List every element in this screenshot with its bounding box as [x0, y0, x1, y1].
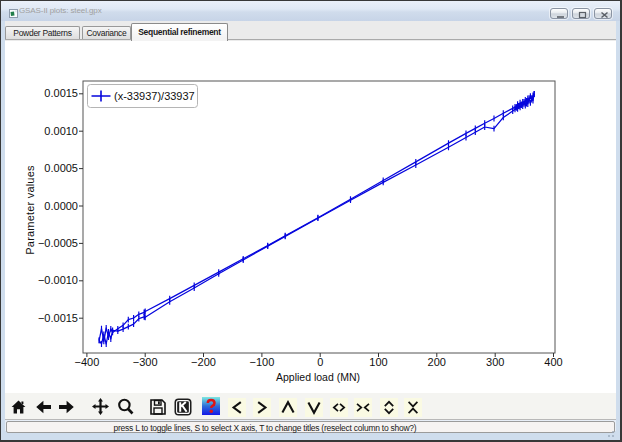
svg-text:300: 300 — [486, 356, 504, 368]
svg-text:100: 100 — [369, 356, 387, 368]
svg-text:−400: −400 — [75, 356, 100, 368]
svg-text:0: 0 — [317, 356, 323, 368]
svg-text:200: 200 — [428, 356, 446, 368]
svg-text:−300: −300 — [133, 356, 158, 368]
svg-text:−200: −200 — [191, 356, 216, 368]
svg-text:−0.0015: −0.0015 — [38, 312, 78, 324]
svg-text:−0.0010: −0.0010 — [38, 274, 78, 286]
svg-text:400: 400 — [544, 356, 562, 368]
svg-text:−0.0005: −0.0005 — [38, 237, 78, 249]
svg-text:0.0000: 0.0000 — [44, 200, 78, 212]
svg-text:−100: −100 — [250, 356, 275, 368]
svg-text:Applied load (MN): Applied load (MN) — [276, 371, 360, 383]
svg-text:0.0005: 0.0005 — [44, 162, 78, 174]
svg-text:0.0010: 0.0010 — [44, 125, 78, 137]
svg-text:Parameter values: Parameter values — [24, 165, 36, 255]
svg-text:(x-33937)/33937: (x-33937)/33937 — [114, 90, 195, 102]
svg-text:0.0015: 0.0015 — [44, 87, 78, 99]
